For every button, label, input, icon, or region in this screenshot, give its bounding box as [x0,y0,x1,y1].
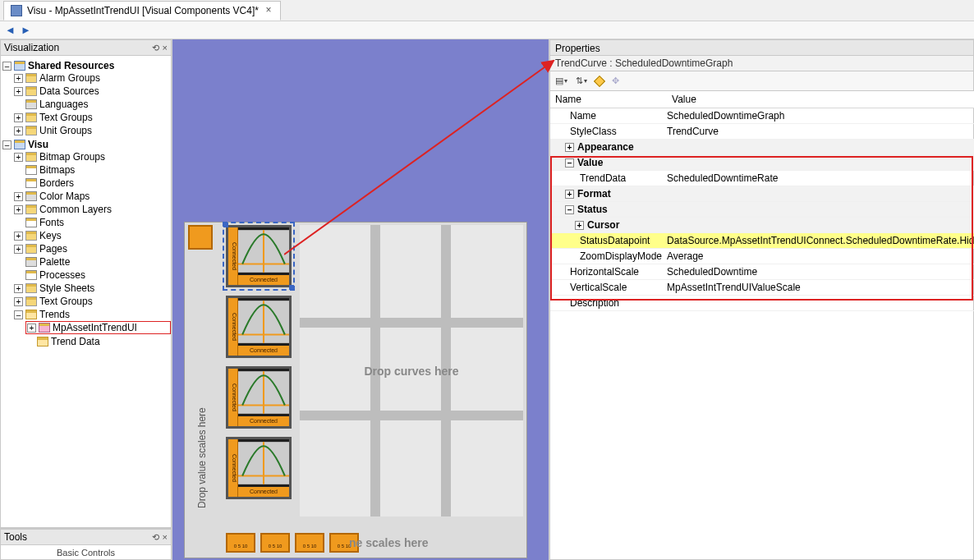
palette-icon [25,257,37,267]
tree-pages[interactable]: Pages [39,243,67,255]
tree-shared-resources[interactable]: Shared Resources [28,60,114,71]
tree-toggle[interactable]: + [14,153,23,162]
tree-toggle[interactable]: + [14,284,23,293]
events-button[interactable] [595,77,604,85]
visualization-panel-header[interactable]: Visualization ⟲ × [0,39,172,56]
tab-close-button[interactable]: × [264,6,273,16]
tree-toggle[interactable]: + [14,126,23,135]
properties-grid[interactable]: NameValue NameScheduledDowntimeGraph Sty… [549,91,974,560]
tree-text-groups[interactable]: Text Groups [39,112,93,123]
tree-toggle[interactable]: + [14,192,23,201]
prop-row-trenddata[interactable]: TrendDataScheduledDowntimeRate [550,171,974,186]
curve-foot-label: Connected [238,416,289,426]
panel-close-button[interactable]: × [163,43,168,53]
curve-foot-label: Connected [238,275,289,285]
folder-icon [25,86,37,96]
tree-data-sources[interactable]: Data Sources [39,85,99,97]
curve-side-label: Connected [228,227,238,285]
tools-panel: Tools ⟲ × Basic Controls [0,528,172,560]
tree-visu[interactable]: Visu [28,139,48,150]
curve-side-label: Connected [228,369,238,426]
tree-toggle[interactable]: + [14,74,23,83]
tree-keys[interactable]: Keys [39,230,62,241]
left-column: Visualization ⟲ × –Shared Resources +Ala… [0,39,172,560]
document-tab[interactable]: Visu - MpAssetIntTrendUI [Visual Compone… [3,1,281,21]
prop-row-name[interactable]: NameScheduledDowntimeGraph [550,108,974,124]
tree-borders[interactable]: Borders [39,177,74,189]
tools-basic-controls[interactable]: Basic Controls [0,545,172,560]
prop-row-verticalscale[interactable]: VerticalScaleMpAssetIntTrendUIValueScale [550,280,974,296]
trend-curve-3[interactable]: Connected Connected [226,366,292,429]
tree-toggle[interactable]: + [14,87,23,96]
value-scale-widget[interactable] [188,225,213,250]
move-icon[interactable]: ✥ [612,76,619,86]
prop-cat-format[interactable]: +Format [550,186,974,202]
tree-toggle[interactable]: + [27,324,36,333]
tree-processes[interactable]: Processes [39,269,85,281]
prop-row-description[interactable]: Description [550,296,974,311]
tree-toggle[interactable]: + [14,232,23,241]
prop-cat-cursor[interactable]: +Cursor [550,218,974,233]
tree-toggle[interactable]: + [14,297,23,306]
tools-panel-header[interactable]: Tools ⟲ × [0,529,172,545]
borders-icon [25,178,37,188]
tree-text-groups-v[interactable]: Text Groups [39,296,93,307]
tree-alarm-groups[interactable]: Alarm Groups [39,72,100,84]
visualization-panel-title: Visualization [4,42,59,53]
properties-subtitle: TrendCurve : ScheduledDowntimeGraph [549,56,974,71]
tree-common-layers[interactable]: Common Layers [39,204,112,215]
tree-bitmaps[interactable]: Bitmaps [39,164,75,176]
tree-trends[interactable]: Trends [39,309,70,320]
panel-pin-icon[interactable]: ⟲ [152,532,159,542]
col-name[interactable]: Name [550,91,667,108]
tree-toggle[interactable]: + [14,113,23,122]
trend-curve-2[interactable]: Connected Connected [226,296,292,358]
nav-back-button[interactable]: ◄ [5,24,16,36]
trend-curve-1[interactable]: Connected Connected [226,225,292,287]
tree-mpassetinttrendui[interactable]: MpAssetIntTrendUI [53,322,137,333]
panel-close-button[interactable]: × [163,532,168,542]
nav-forward-button[interactable]: ► [21,24,31,36]
document-tab-strip: Visu - MpAssetIntTrendUI [Visual Compone… [0,0,974,21]
curves-drop-grid[interactable]: Drop curves here [300,225,523,516]
tree-fonts[interactable]: Fonts [39,217,64,228]
prop-row-horizontalscale[interactable]: HorizontalScaleScheduledDowntime [550,264,974,280]
col-value[interactable]: Value [667,91,974,108]
tree-languages[interactable]: Languages [39,99,88,110]
tree-toggle[interactable]: – [2,62,11,71]
time-scale-widget[interactable]: 0 5 10 [226,533,255,553]
folder-icon [25,152,37,162]
tree-toggle[interactable]: + [14,245,23,254]
sort-button[interactable]: ⇅▾ [576,76,587,86]
folder-icon [25,73,37,83]
trend-curve-4[interactable]: Connected Connected [226,437,292,499]
trend-designer[interactable]: Drop value scales here Connected Connect… [184,222,527,558]
designer-canvas-area: Drop value scales here Connected Connect… [172,39,549,560]
tree-toggle[interactable]: – [2,140,11,149]
time-scale-widget[interactable]: 0 5 10 [295,533,324,553]
prop-row-zoomdisplaymode[interactable]: ZoomDisplayModeAverage [550,249,974,264]
tree-palette[interactable]: Palette [39,256,70,268]
bitmaps-icon [25,165,37,175]
tree-color-maps[interactable]: Color Maps [39,190,90,202]
folder-icon [25,126,37,135]
tree-unit-groups[interactable]: Unit Groups [39,125,92,136]
prop-cat-status[interactable]: –Status [550,202,974,218]
tree-toggle[interactable]: – [14,310,23,319]
prop-cat-appearance[interactable]: +Appearance [550,140,974,155]
tree-style-sheets[interactable]: Style Sheets [39,282,94,294]
categorize-button[interactable]: ▤▾ [555,76,567,86]
prop-row-styleclass[interactable]: StyleClassTrendCurve [550,124,974,140]
tree-spacer [14,100,23,109]
time-scale-widget[interactable]: 0 5 10 [260,533,290,553]
properties-panel-header[interactable]: Properties [549,39,974,56]
prop-row-statusdatapoint[interactable]: StatusDatapointDataSource.MpAssetIntTren… [550,233,974,249]
tree-bitmap-groups[interactable]: Bitmap Groups [39,151,105,163]
folder-icon [25,231,37,241]
tree-toggle[interactable]: + [14,205,23,214]
visualization-tree[interactable]: –Shared Resources +Alarm Groups +Data So… [0,56,172,528]
prop-cat-value[interactable]: –Value [550,155,974,171]
document-tab-title: Visu - MpAssetIntTrendUI [Visual Compone… [27,5,259,16]
panel-pin-icon[interactable]: ⟲ [152,43,159,53]
tree-trend-data[interactable]: Trend Data [51,336,100,347]
